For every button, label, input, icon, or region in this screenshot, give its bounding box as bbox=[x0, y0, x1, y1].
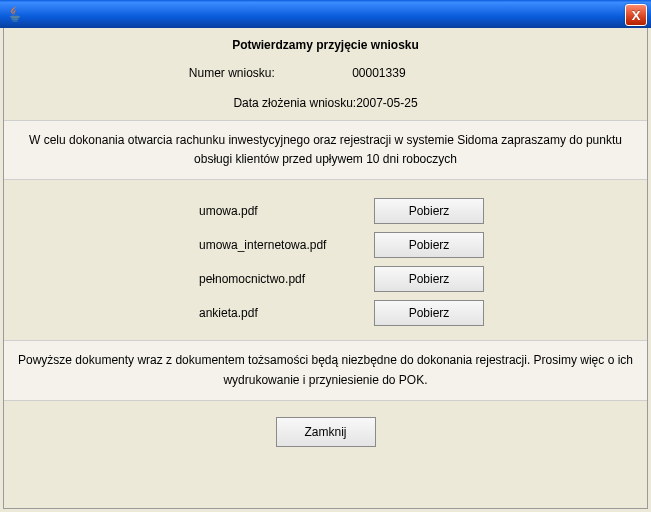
title-bar: X bbox=[0, 0, 651, 28]
application-number-label: Numer wniosku: bbox=[189, 66, 319, 80]
application-date-value: 2007-05-25 bbox=[356, 96, 417, 110]
file-list: umowa.pdf Pobierz umowa_internetowa.pdf … bbox=[4, 180, 647, 340]
application-date-row: Data złożenia wniosku:2007-05-25 bbox=[4, 86, 647, 120]
info-text: W celu dokonania otwarcia rachunku inwes… bbox=[4, 120, 647, 180]
application-date-label: Data złożenia wniosku: bbox=[233, 96, 356, 110]
file-name: umowa_internetowa.pdf bbox=[199, 238, 374, 252]
page-title: Potwierdzamy przyjęcie wniosku bbox=[4, 28, 647, 60]
file-name: umowa.pdf bbox=[199, 204, 374, 218]
file-row: pełnomocnictwo.pdf Pobierz bbox=[4, 262, 647, 296]
java-cup-icon bbox=[6, 5, 24, 23]
download-button[interactable]: Pobierz bbox=[374, 300, 484, 326]
download-button[interactable]: Pobierz bbox=[374, 198, 484, 224]
file-row: ankieta.pdf Pobierz bbox=[4, 296, 647, 330]
footer-text: Powyższe dokumenty wraz z dokumentem toż… bbox=[4, 340, 647, 400]
close-button[interactable]: Zamknij bbox=[276, 417, 376, 447]
file-name: pełnomocnictwo.pdf bbox=[199, 272, 374, 286]
dialog-content: Potwierdzamy przyjęcie wniosku Numer wni… bbox=[3, 28, 648, 509]
download-button[interactable]: Pobierz bbox=[374, 232, 484, 258]
file-row: umowa.pdf Pobierz bbox=[4, 194, 647, 228]
java-dialog-window: X Potwierdzamy przyjęcie wniosku Numer w… bbox=[0, 0, 651, 512]
file-name: ankieta.pdf bbox=[199, 306, 374, 320]
file-row: umowa_internetowa.pdf Pobierz bbox=[4, 228, 647, 262]
application-number-row: Numer wniosku: 00001339 bbox=[4, 60, 647, 86]
application-number-value: 00001339 bbox=[352, 66, 462, 80]
download-button[interactable]: Pobierz bbox=[374, 266, 484, 292]
close-row: Zamknij bbox=[4, 401, 647, 463]
close-icon: X bbox=[632, 9, 641, 22]
window-close-button[interactable]: X bbox=[625, 4, 647, 26]
